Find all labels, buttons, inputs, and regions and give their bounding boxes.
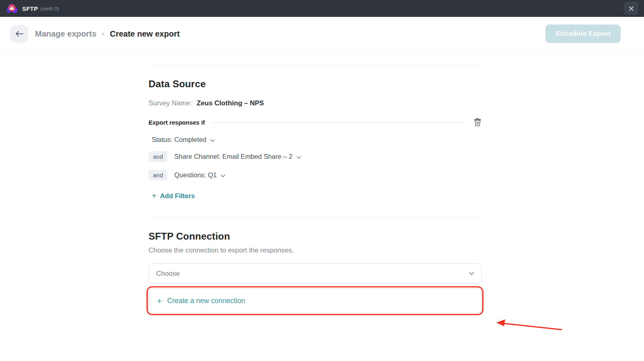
connection-select-value: Choose xyxy=(156,270,469,278)
add-filters-label: Add Filters xyxy=(160,192,195,200)
survey-name-label: Survey Name: xyxy=(149,99,192,107)
page-title: Create new export xyxy=(110,29,180,39)
export-condition-label: Export responses if xyxy=(149,119,205,126)
condition-rule-line xyxy=(212,122,464,123)
annotation-arrow xyxy=(485,314,570,336)
arrow-left-icon xyxy=(15,31,24,37)
connection-select[interactable]: Choose xyxy=(149,263,482,284)
filter-status-dropdown[interactable]: Status: Completed xyxy=(152,136,206,144)
create-new-connection-label: Create a new connection xyxy=(167,297,245,305)
chevron-down-icon xyxy=(210,137,215,144)
sftp-connection-subtitle: Choose the connection to export the resp… xyxy=(149,246,482,254)
filter-row-status: Status: Completed xyxy=(149,136,482,144)
export-condition-row: Export responses if xyxy=(149,118,482,127)
trash-icon xyxy=(474,118,481,126)
and-conjunction-badge: and xyxy=(149,151,167,162)
close-button[interactable] xyxy=(624,2,638,15)
close-icon xyxy=(629,6,634,11)
back-button[interactable] xyxy=(10,25,28,43)
sftp-connection-title: SFTP Connection xyxy=(149,231,482,242)
data-source-title: Data Source xyxy=(149,78,482,90)
create-new-connection-button[interactable]: + Create a new connection xyxy=(149,288,482,313)
create-connection-wrapper: + Create a new connection xyxy=(149,288,482,313)
section-divider xyxy=(149,217,482,218)
app-version: (ver6.0) xyxy=(40,6,59,12)
filter-questions-dropdown[interactable]: Questions: Q1 xyxy=(174,171,217,179)
window-titlebar: SFTP (ver6.0) xyxy=(0,0,644,17)
add-filters-button[interactable]: + Add Filters xyxy=(149,192,482,200)
section-divider xyxy=(149,66,482,66)
plus-icon: + xyxy=(157,297,162,305)
export-form: Data Source Survey Name: Zeus Clothing –… xyxy=(149,66,482,313)
app-title: SFTP xyxy=(22,5,38,12)
filter-row-share-channel: and Share Channel: Email Embed Share – 2 xyxy=(149,151,482,162)
breadcrumb-manage-exports[interactable]: Manage exports xyxy=(35,29,96,39)
breadcrumb-separator: › xyxy=(102,30,104,38)
chevron-down-icon xyxy=(221,172,225,179)
page-header: Manage exports › Create new export Sched… xyxy=(0,17,644,51)
app-logo-icon xyxy=(6,4,17,13)
delete-filter-group-button[interactable] xyxy=(473,118,482,127)
filter-share-channel-dropdown[interactable]: Share Channel: Email Embed Share – 2 xyxy=(174,153,293,160)
chevron-down-icon xyxy=(469,272,474,275)
filter-row-questions: and Questions: Q1 xyxy=(149,170,482,180)
schedule-export-button[interactable]: Schedule Export xyxy=(545,25,621,43)
chevron-down-icon xyxy=(296,154,301,161)
plus-icon: + xyxy=(152,192,157,200)
survey-name-row: Survey Name: Zeus Clothing – NPS xyxy=(149,99,482,107)
and-conjunction-badge: and xyxy=(149,170,167,180)
survey-name-value: Zeus Clothing – NPS xyxy=(196,99,264,107)
